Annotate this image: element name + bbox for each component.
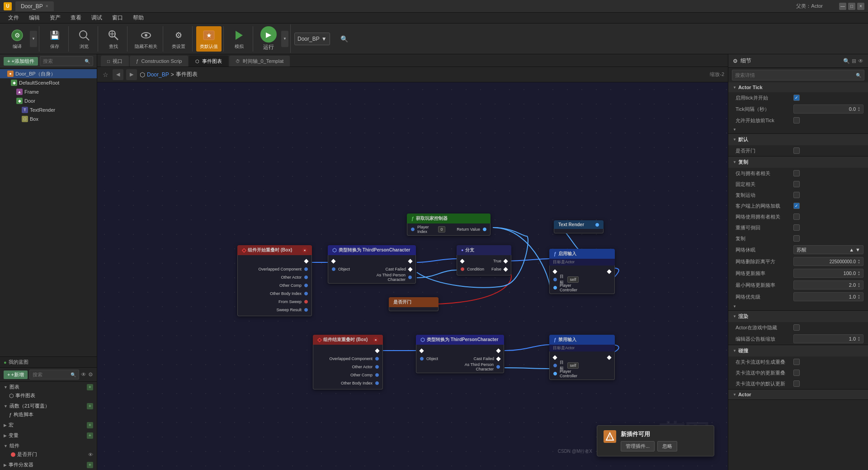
bp-event-graph-item[interactable]: ⬡ 事件图表 (0, 391, 97, 400)
bp-functions-add[interactable]: + (87, 403, 93, 409)
bp-search-input[interactable] (33, 372, 69, 377)
bp-construct-script-item[interactable]: ƒ 构造脚本 (0, 410, 97, 419)
maximize-btn[interactable]: □ (848, 3, 855, 10)
compile-button[interactable]: ⚙ 编译 (5, 26, 29, 52)
section-actor-tick-header[interactable]: ▼ Actor Tick (728, 82, 868, 92)
star-button[interactable]: ☆ (101, 70, 110, 79)
class-settings-button[interactable]: ⚙ 类设置 (167, 26, 190, 52)
bp-search-bar[interactable]: 🔍 (29, 370, 79, 380)
billboard-spin[interactable]: ▲▼ (858, 336, 860, 342)
play-button[interactable]: ▶ 运行 (257, 24, 280, 53)
debug-search-button[interactable]: 🔍 (333, 30, 356, 48)
details-search-bar[interactable]: 🔍 (732, 70, 864, 81)
simulate-button[interactable]: 模拟 (227, 26, 251, 52)
bp-filter-icon[interactable]: ⚙ (88, 371, 93, 378)
node-is-open-door[interactable]: 是否开门 (389, 297, 439, 311)
section-default-header[interactable]: ▼ 默认 (728, 134, 868, 145)
details-search-input[interactable] (735, 72, 854, 78)
bp-variables-add[interactable]: + (87, 432, 93, 439)
checkbox-replicate[interactable] (793, 235, 800, 242)
tab-close[interactable]: × (46, 4, 48, 9)
component-search-bar[interactable]: 🔍 (40, 56, 93, 66)
play-arrow[interactable]: ▼ (281, 31, 288, 47)
bp-functions-header[interactable]: ▼ 函数（21可覆盖） + (0, 402, 97, 410)
add-component-button[interactable]: + +添加组件 (4, 57, 38, 66)
input-cull-distance[interactable]: 225000000.0 ▲ ▼ (793, 257, 863, 266)
compile-arrow[interactable]: ▼ (30, 31, 37, 47)
back-button[interactable]: ◀ (113, 69, 123, 80)
node-text-render[interactable]: Text Render (554, 220, 604, 233)
replication-expand[interactable]: ▼ (728, 303, 868, 310)
bp-macros-header[interactable]: ▶ 宏 + (0, 421, 97, 429)
bp-macros-add[interactable]: + (87, 422, 93, 428)
menu-help[interactable]: 帮助 (128, 13, 148, 23)
bp-variables-header[interactable]: ▶ 变量 + (0, 431, 97, 440)
close-btn[interactable]: × (857, 3, 864, 10)
bp-new-button[interactable]: + +新增 (4, 370, 28, 379)
input-billboard-scale[interactable]: 1.0 ▲▼ (793, 334, 863, 343)
select-net-dormancy[interactable]: 苏醒 ▲ ▼ (793, 245, 863, 254)
node-get-player-controller[interactable]: ƒ 获取玩家控制器 Player Index 0 (407, 214, 491, 236)
details-search-icon[interactable]: 🔍 (843, 58, 850, 64)
min-net-spin[interactable]: ▲▼ (858, 282, 860, 288)
bp-is-open-door-item[interactable]: 是否开门 👁 (0, 450, 97, 459)
toast-ignore-btn[interactable]: 忽略 (657, 441, 677, 451)
checkbox-gen-overlap-streaming[interactable] (793, 359, 800, 365)
details-eye-icon[interactable]: 👁 (858, 58, 863, 64)
checkbox-net-load-client[interactable] (793, 203, 800, 209)
node-cast-tpc-1[interactable]: ⬡ 类型转换为 ThirdPersonCharacter Object (328, 245, 416, 284)
dormancy-arrows[interactable]: ▲ ▼ (849, 247, 860, 252)
tree-item-door[interactable]: ◆ Door (0, 96, 97, 105)
bp-eye-icon[interactable]: 👁 (81, 371, 86, 378)
section-replication-header[interactable]: ▼ 复制 (728, 157, 868, 168)
menu-window[interactable]: 窗口 (108, 13, 127, 23)
toast-manage-btn[interactable]: 管理插件... (621, 441, 655, 451)
bp-graphs-header[interactable]: ▼ 图表 + (0, 383, 97, 391)
input-net-update-freq[interactable]: 100.0 ▲▼ (793, 269, 863, 278)
node-branch[interactable]: ● 分支 Condition (457, 245, 511, 275)
component-search-input[interactable] (43, 58, 83, 64)
minimize-btn[interactable]: — (839, 3, 846, 10)
blueprint-canvas[interactable]: 蓝图 ◇ 组件开始重叠时 (Box) × Overlapped Componen… (97, 82, 728, 470)
input-tick-interval[interactable]: 0.0 ▲ ▼ (793, 104, 863, 114)
window-tab[interactable]: Door_BP × (15, 1, 54, 11)
debug-filter[interactable]: Door_BP ▼ (294, 33, 330, 45)
checkbox-net-use-owner[interactable] (793, 214, 800, 220)
menu-file[interactable]: 文件 (4, 13, 24, 23)
net-priority-spin[interactable]: ▲▼ (858, 294, 860, 299)
save-button[interactable]: 💾 保存 (43, 26, 66, 52)
node-overlap-end-close[interactable]: × (373, 337, 378, 342)
breadcrumb-root[interactable]: Door_BP (147, 71, 169, 78)
node-overlap-begin-close[interactable]: × (302, 247, 307, 253)
details-grid-icon[interactable]: ⊞ (852, 58, 856, 64)
bp-event-dispatchers-header[interactable]: ▶ 事件分发器 + (0, 461, 97, 469)
bp-components-header[interactable]: ▼ 组件 (0, 442, 97, 450)
tree-item-frame[interactable]: ▲ Frame (0, 87, 97, 96)
bp-event-dispatchers-add[interactable]: + (87, 462, 93, 468)
browse-button[interactable]: 浏览 (72, 26, 96, 52)
node-overlap-end[interactable]: ◇ 组件结束重叠时 (Box) × Overlapped Component O… (313, 335, 383, 389)
net-update-spin[interactable]: ▲▼ (858, 271, 860, 276)
section-actor-header[interactable]: ▼ Actor (728, 389, 868, 399)
menu-debug[interactable]: 调试 (87, 13, 107, 23)
tree-item-root[interactable]: ● Door_BP（自身） (0, 69, 97, 78)
checkbox-replicate-movement[interactable] (793, 192, 800, 198)
checkbox-default-overlap-streaming[interactable] (793, 380, 800, 387)
tick-interval-spin[interactable]: ▲ ▼ (858, 106, 860, 112)
is-open-door-eye[interactable]: 👁 (88, 452, 93, 457)
cull-distance-spin[interactable]: ▲ ▼ (858, 259, 860, 264)
actor-tick-expand[interactable]: ▼ (728, 126, 868, 133)
input-net-priority[interactable]: 1.0 ▲▼ (793, 292, 863, 301)
node-overlap-begin[interactable]: ◇ 组件开始重叠时 (Box) × Overlapped Component O… (237, 245, 312, 316)
node-cast-tpc-2[interactable]: ⬡ 类型转换为 ThirdPersonCharacter Object (416, 335, 504, 373)
tab-viewport[interactable]: □ 视口 (101, 56, 129, 66)
checkbox-rewind[interactable] (793, 224, 800, 231)
node-enable-input[interactable]: ƒ 启用输入 目标是Actor 目标 self (549, 249, 615, 294)
checkbox-update-overlap-streaming[interactable] (793, 370, 800, 376)
checkbox-is-open-door[interactable] (793, 147, 800, 154)
node-disable-input[interactable]: ƒ 禁用输入 目标是Actor 目标 self (549, 335, 615, 380)
checkbox-enable-tick[interactable] (793, 95, 800, 101)
forward-button[interactable]: ▶ (126, 69, 137, 80)
checkbox-allow-tick[interactable] (793, 117, 800, 123)
menu-edit[interactable]: 编辑 (24, 13, 44, 23)
